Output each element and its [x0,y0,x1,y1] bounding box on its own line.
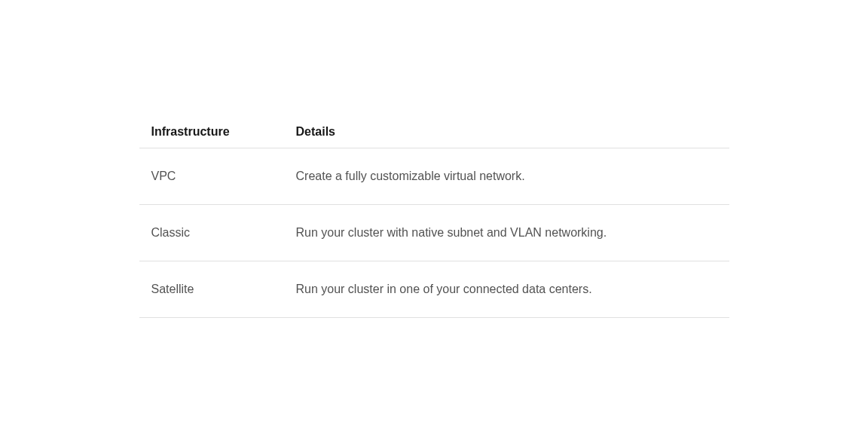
table-row: Satellite Run your cluster in one of you… [139,261,729,318]
cell-details: Run your cluster with native subnet and … [284,205,729,261]
infrastructure-table: Infrastructure Details VPC Create a full… [139,116,729,318]
cell-details: Create a fully customizable virtual netw… [284,148,729,205]
cell-infrastructure: Satellite [139,261,284,318]
table-row: VPC Create a fully customizable virtual … [139,148,729,205]
table-header-row: Infrastructure Details [139,116,729,148]
header-infrastructure: Infrastructure [139,116,284,148]
cell-infrastructure: Classic [139,205,284,261]
cell-infrastructure: VPC [139,148,284,205]
infrastructure-table-container: Infrastructure Details VPC Create a full… [139,116,729,318]
cell-details: Run your cluster in one of your connecte… [284,261,729,318]
header-details: Details [284,116,729,148]
table-row: Classic Run your cluster with native sub… [139,205,729,261]
